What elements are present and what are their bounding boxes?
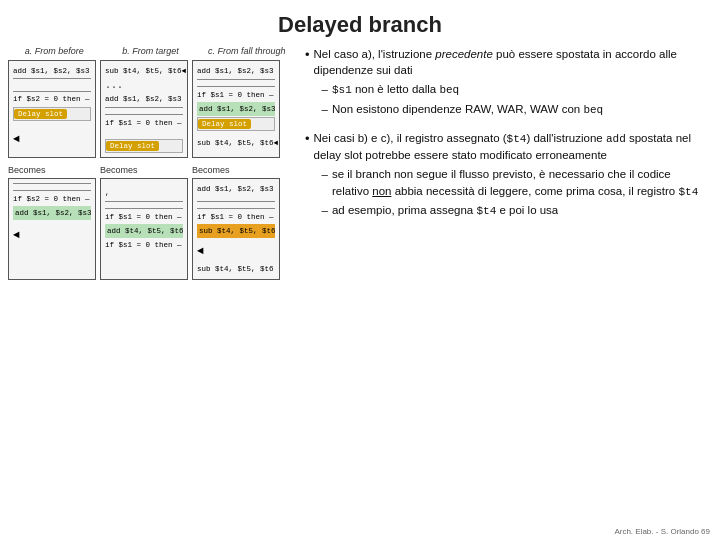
bullet-2: • Nei casi b) e c), il registro assegnat… <box>305 130 708 221</box>
sub-bullet-1-2: – Non esistono dipendenze RAW, WAR, WAW … <box>322 101 708 118</box>
bullet-1-text: Nel caso a), l'istruzione precedente può… <box>314 46 708 120</box>
becomes-label-b: Becomes <box>100 162 188 176</box>
label-c: c. From fall through <box>208 46 286 56</box>
diagram-col-a-top: add $s1, $s2, $s3 if $s2 = 0 then — Dela… <box>8 60 96 158</box>
diagram-col-c-top: add $s1, $s2, $s3 if $s1 = 0 then — add … <box>192 60 280 158</box>
delay-slot-b: Delay slot <box>106 141 159 151</box>
bullet-2-text: Nei casi b) e c), il registro assegnato … <box>314 130 708 221</box>
bullet-1: • Nel caso a), l'istruzione precedente p… <box>305 46 708 120</box>
becomes-label-a: Becomes <box>8 162 96 176</box>
bullet-dot-1: • <box>305 46 310 120</box>
diagrams-area: a. From before b. From target c. From fa… <box>8 46 293 280</box>
page-title: Delayed branch <box>0 0 720 46</box>
diagram-col-a-bottom: if $s2 = 0 then — add $s1, $s2, $s3 ◄ <box>8 178 96 280</box>
text-area: • Nel caso a), l'istruzione precedente p… <box>301 46 712 280</box>
diagram-col-b-bottom: , if $s1 = 0 then — add $t4, $t5, $t6 if… <box>100 178 188 280</box>
bullet-dot-2: • <box>305 130 310 221</box>
diagram-col-b-top: sub $t4, $t5, $t6◄ ... add $s1, $s2, $s3… <box>100 60 188 158</box>
footer: Arch. Elab. - S. Orlando 69 <box>614 527 710 536</box>
label-b: b. From target <box>122 46 179 56</box>
delay-slot-c: Delay slot <box>198 119 251 129</box>
sub-bullet-1-1: – $s1 non è letto dalla beq <box>322 81 708 98</box>
diagram-col-c-bottom: add $s1, $s2, $s3 if $s1 = 0 then — sub … <box>192 178 280 280</box>
becomes-label-c: Becomes <box>192 162 280 176</box>
sub-bullet-2-2: – ad esempio, prima assegna $t4 e poi lo… <box>322 202 708 219</box>
label-a: a. From before <box>25 46 84 56</box>
sub-bullet-2-1: – se il branch non segue il flusso previ… <box>322 166 708 199</box>
diagram-labels-row: a. From before b. From target c. From fa… <box>8 46 293 58</box>
delay-slot-a: Delay slot <box>14 109 67 119</box>
